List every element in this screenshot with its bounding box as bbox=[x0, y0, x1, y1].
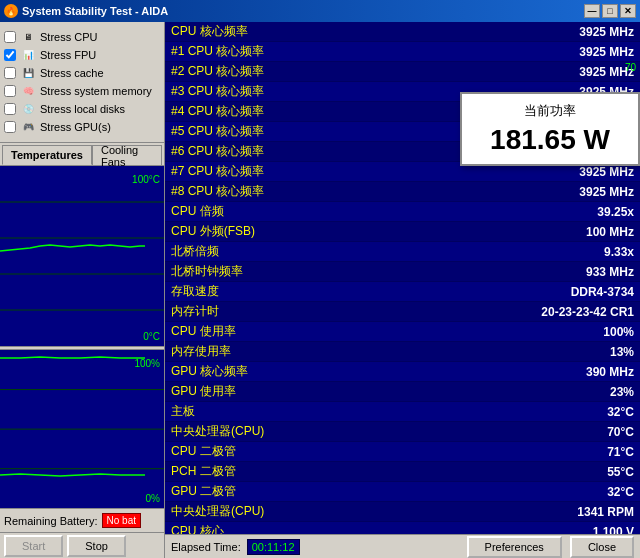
row-value: 32°C bbox=[607, 485, 634, 499]
usage-graph-svg bbox=[0, 350, 164, 508]
row-label: 内存计时 bbox=[171, 303, 219, 320]
row-label: GPU 核心频率 bbox=[171, 363, 248, 380]
row-value: 9.33x bbox=[604, 245, 634, 259]
row-label: CPU 使用率 bbox=[171, 323, 236, 340]
row-value: 100 MHz bbox=[586, 225, 634, 239]
table-row: #8 CPU 核心频率3925 MHz bbox=[165, 182, 640, 202]
close-button[interactable]: Close bbox=[570, 536, 634, 558]
table-row: GPU 使用率23% bbox=[165, 382, 640, 402]
stress-gpus-item: 🎮 Stress GPU(s) bbox=[4, 118, 160, 136]
row-label: GPU 使用率 bbox=[171, 383, 236, 400]
row-label: #6 CPU 核心频率 bbox=[171, 143, 264, 160]
row-label: 北桥倍频 bbox=[171, 243, 219, 260]
tab-cooling-fans[interactable]: Cooling Fans bbox=[92, 145, 162, 165]
table-row: CPU 核心频率3925 MHz bbox=[165, 22, 640, 42]
row-label: 内存使用率 bbox=[171, 343, 231, 360]
stress-cache-checkbox[interactable] bbox=[4, 67, 16, 79]
power-overlay: 当前功率 181.65 W bbox=[460, 92, 640, 166]
usage-graph: 100% 0% bbox=[0, 350, 164, 508]
row-value: DDR4-3734 bbox=[571, 285, 634, 299]
elapsed-value: 00:11:12 bbox=[247, 539, 300, 555]
row-label: #1 CPU 核心频率 bbox=[171, 43, 264, 60]
row-value: 71°C bbox=[607, 445, 634, 459]
main-container: 🖥 Stress CPU 📊 Stress FPU 💾 Stress cache… bbox=[0, 22, 640, 558]
table-row: 中央处理器(CPU)1341 RPM bbox=[165, 502, 640, 522]
close-title-button[interactable]: ✕ bbox=[620, 4, 636, 18]
row-label: 中央处理器(CPU) bbox=[171, 503, 264, 520]
power-title: 当前功率 bbox=[474, 102, 626, 120]
elapsed-label: Elapsed Time: bbox=[171, 541, 241, 553]
row-value: 32°C bbox=[607, 405, 634, 419]
power-value: 181.65 W bbox=[474, 124, 626, 156]
stress-cpu-item: 🖥 Stress CPU bbox=[4, 28, 160, 46]
row-label: 中央处理器(CPU) bbox=[171, 423, 264, 440]
maximize-button[interactable]: □ bbox=[602, 4, 618, 18]
row-label: CPU 核心 bbox=[171, 523, 224, 534]
battery-label: Remaining Battery: bbox=[4, 515, 98, 527]
row-value: 100% bbox=[603, 325, 634, 339]
minimize-button[interactable]: — bbox=[584, 4, 600, 18]
action-buttons: Start Stop bbox=[0, 532, 164, 558]
row-label: #7 CPU 核心频率 bbox=[171, 163, 264, 180]
tab-temperatures[interactable]: Temperatures bbox=[2, 145, 92, 165]
table-row: GPU 核心频率390 MHz bbox=[165, 362, 640, 382]
stress-cpu-label[interactable]: Stress CPU bbox=[40, 31, 97, 43]
table-row: CPU 核心1.100 V bbox=[165, 522, 640, 534]
stress-gpus-label[interactable]: Stress GPU(s) bbox=[40, 121, 111, 133]
table-row: #1 CPU 核心频率3925 MHz bbox=[165, 42, 640, 62]
row-value: 3925 MHz bbox=[579, 25, 634, 39]
row-label: GPU 二极管 bbox=[171, 483, 236, 500]
temperature-graph: 100°C 0°C bbox=[0, 166, 164, 346]
stress-memory-label[interactable]: Stress system memory bbox=[40, 85, 152, 97]
row-label: #2 CPU 核心频率 bbox=[171, 63, 264, 80]
disk-icon: 💿 bbox=[20, 101, 36, 117]
fpu-icon: 📊 bbox=[20, 47, 36, 63]
table-row: 北桥倍频9.33x bbox=[165, 242, 640, 262]
row-label: CPU 二极管 bbox=[171, 443, 236, 460]
row-label: CPU 倍频 bbox=[171, 203, 224, 220]
preferences-button[interactable]: Preferences bbox=[467, 536, 562, 558]
table-row: CPU 外频(FSB)100 MHz bbox=[165, 222, 640, 242]
stress-disks-checkbox[interactable] bbox=[4, 103, 16, 115]
stress-disks-item: 💿 Stress local disks bbox=[4, 100, 160, 118]
stress-fpu-checkbox[interactable] bbox=[4, 49, 16, 61]
right-buttons: Preferences Close bbox=[467, 536, 634, 558]
stress-cpu-checkbox[interactable] bbox=[4, 31, 16, 43]
stress-memory-checkbox[interactable] bbox=[4, 85, 16, 97]
stress-fpu-label[interactable]: Stress FPU bbox=[40, 49, 96, 61]
table-row: 内存计时20-23-23-42 CR1 bbox=[165, 302, 640, 322]
stress-disks-label[interactable]: Stress local disks bbox=[40, 103, 125, 115]
stress-cache-item: 💾 Stress cache bbox=[4, 64, 160, 82]
row-label: CPU 外频(FSB) bbox=[171, 223, 255, 240]
table-row: PCH 二极管55°C bbox=[165, 462, 640, 482]
app-icon: 🔥 bbox=[4, 4, 18, 18]
row-label: 北桥时钟频率 bbox=[171, 263, 243, 280]
row-label: #5 CPU 核心频率 bbox=[171, 123, 264, 140]
row-value: 20-23-23-42 CR1 bbox=[541, 305, 634, 319]
stress-fpu-item: 📊 Stress FPU bbox=[4, 46, 160, 64]
row-label: #8 CPU 核心频率 bbox=[171, 183, 264, 200]
right-bottom-bar: Elapsed Time: 00:11:12 Preferences Close bbox=[165, 534, 640, 558]
row-label: CPU 核心频率 bbox=[171, 23, 248, 40]
row-value: 1341 RPM bbox=[577, 505, 634, 519]
stress-cache-label[interactable]: Stress cache bbox=[40, 67, 104, 79]
row-value: 933 MHz bbox=[586, 265, 634, 279]
start-button[interactable]: Start bbox=[4, 535, 63, 557]
row-value: 70°C bbox=[607, 425, 634, 439]
stress-gpus-checkbox[interactable] bbox=[4, 121, 16, 133]
row-value: 39.25x bbox=[597, 205, 634, 219]
stop-button[interactable]: Stop bbox=[67, 535, 126, 557]
tabs-row: Temperatures Cooling Fans bbox=[0, 143, 164, 166]
stress-options: 🖥 Stress CPU 📊 Stress FPU 💾 Stress cache… bbox=[0, 22, 164, 143]
row-value: 3925 MHz bbox=[579, 165, 634, 179]
right-graph-70: 70 bbox=[625, 62, 636, 73]
row-label: 主板 bbox=[171, 403, 195, 420]
gpu-icon: 🎮 bbox=[20, 119, 36, 135]
battery-value: No bat bbox=[102, 513, 141, 528]
table-row: 主板32°C bbox=[165, 402, 640, 422]
row-value: 1.100 V bbox=[593, 525, 634, 535]
title-controls: — □ ✕ bbox=[584, 4, 636, 18]
row-value: 3925 MHz bbox=[579, 185, 634, 199]
row-value: 23% bbox=[610, 385, 634, 399]
table-row: 中央处理器(CPU)70°C bbox=[165, 422, 640, 442]
